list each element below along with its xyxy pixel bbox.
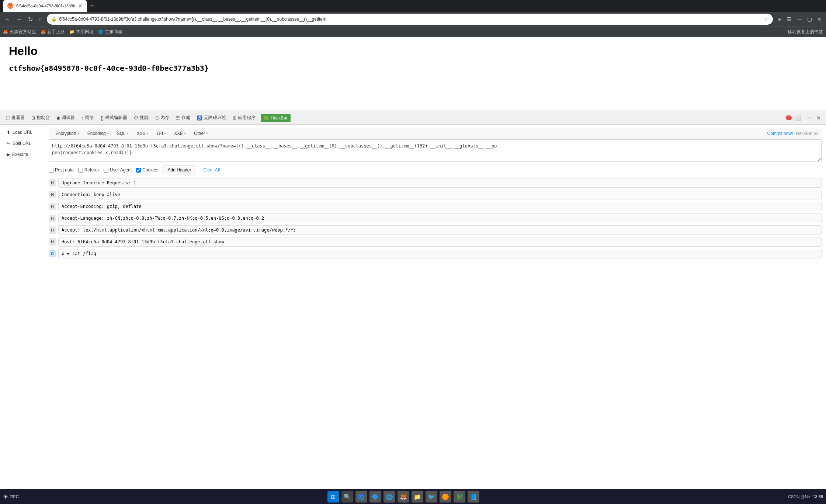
home-button[interactable]: ⌂ (37, 14, 44, 24)
header-badge: H (49, 191, 56, 198)
devtools-memory-btn[interactable]: ⬡ 内存 (152, 113, 172, 122)
hackbar-menubar: Encryption ▾ Encoding ▾ SQL ▾ XSS ▾ LFI (49, 128, 822, 139)
bookmark-mobile[interactable]: 移动设备上的书签 (788, 29, 823, 35)
header-row: H (49, 237, 822, 247)
user-agent-option[interactable]: User Agent (104, 167, 132, 173)
devtools-close-btn[interactable]: ✕ (814, 114, 823, 122)
header-badge: H (49, 238, 56, 246)
devtools-storage-btn[interactable]: ☰ 存储 (173, 113, 193, 122)
network-label: 网络 (85, 115, 94, 121)
execute-button[interactable]: ▶ Execute (3, 150, 41, 159)
hackbar-right-panel: Encryption ▾ Encoding ▾ SQL ▾ XSS ▾ LFI (44, 125, 826, 264)
close-browser-button[interactable]: ✕ (816, 15, 823, 24)
back-button[interactable]: ← (3, 14, 12, 24)
xss-chevron-icon: ▾ (147, 131, 149, 135)
menu-lfi[interactable]: LFI ▾ (153, 129, 170, 138)
hackbar-label: HackBar (271, 115, 288, 121)
bookmarks-bar: 🦊 火狐官方站点 🦊 新手上路 📁 常用网址 🌐 京东商城 移动设备上的书签 (0, 27, 826, 37)
devtools-style-btn[interactable]: {} 样式编辑器 (98, 113, 130, 122)
bookmark-firefox[interactable]: 🦊 火狐官方站点 (3, 29, 36, 35)
commit-now-link[interactable]: Commit now! (767, 131, 794, 136)
menu-encryption[interactable]: Encryption ▾ (52, 129, 83, 138)
menu-encoding[interactable]: Encoding ▾ (84, 129, 112, 138)
header-input[interactable] (58, 190, 822, 199)
header-input[interactable] (58, 237, 822, 247)
bookmark-icon-4: 🌐 (98, 29, 103, 34)
other-label: Other (194, 131, 205, 136)
split-url-button[interactable]: ✂ Split URL (3, 139, 41, 148)
devtools-debugger-btn[interactable]: ◉ 调试器 (53, 113, 78, 122)
new-tab-button[interactable]: + (90, 2, 94, 10)
header-input[interactable] (58, 202, 822, 211)
tab-bar: 🦊 6f64cc5a-0d04-4793-8f01-13d9b ✕ + (0, 0, 826, 12)
version-label: HackBar v2 (796, 131, 819, 136)
minimize-button[interactable]: — (795, 15, 804, 24)
header-input[interactable] (58, 249, 822, 258)
menu-sql[interactable]: SQL ▾ (113, 129, 132, 138)
hackbar-tab[interactable]: 🟢 HackBar (261, 114, 291, 122)
devtools-dock-btn[interactable]: ⬜ (792, 114, 803, 122)
menu-xss[interactable]: XSS ▾ (133, 129, 152, 138)
add-header-label: Add Header (167, 167, 191, 173)
clear-all-button[interactable]: Clear All (201, 166, 223, 174)
bookmark-common[interactable]: 📁 常用网址 (69, 29, 94, 35)
options-row: Post data Referer User Agent Cookies Add… (49, 166, 822, 174)
post-data-checkbox[interactable] (49, 168, 53, 173)
referer-checkbox[interactable] (78, 168, 83, 173)
menu-xxe[interactable]: XXE ▾ (170, 129, 190, 138)
add-header-button[interactable]: Add Header (163, 166, 196, 174)
load-url-button[interactable]: ⬆ Load URL (3, 128, 41, 137)
bookmark-newbie[interactable]: 🦊 新手上路 (41, 29, 65, 35)
perf-icon: ⏱ (134, 115, 138, 121)
xss-label: XSS (137, 131, 146, 136)
devtools-perf-btn[interactable]: ⏱ 性能 (131, 113, 152, 122)
browser-chrome: 🦊 6f64cc5a-0d04-4793-8f01-13d9b ✕ + ← → … (0, 0, 826, 37)
reload-button[interactable]: ↻ (27, 14, 34, 24)
encryption-label: Encryption (55, 131, 76, 136)
header-badge: H (49, 203, 56, 210)
devtools-inspect-btn[interactable]: ⬚ 查看器 (3, 113, 28, 122)
error-badge: 1 (786, 115, 792, 120)
devtools-network-btn[interactable]: ↕ 网络 (79, 113, 97, 122)
browser-tab-active[interactable]: 🦊 6f64cc5a-0d04-4793-8f01-13d9b ✕ (3, 0, 87, 12)
load-url-icon: ⬆ (7, 130, 10, 135)
header-input[interactable] (58, 213, 822, 223)
bookmark-label-4: 京东商城 (105, 29, 122, 35)
tab-title: 6f64cc5a-0d04-4793-8f01-13d9b (16, 4, 75, 8)
devtools-a11y-btn[interactable]: ♿ 无障碍环境 (194, 113, 229, 122)
tab-close-icon[interactable]: ✕ (78, 3, 83, 8)
user-agent-checkbox[interactable] (104, 168, 108, 173)
nav-actions: ⊞ ☰ — ▢ ✕ (776, 15, 823, 24)
bookmark-icon-3: 📁 (69, 29, 74, 34)
url-textarea[interactable] (49, 139, 822, 161)
cookies-option[interactable]: Cookies (136, 167, 158, 173)
header-input[interactable] (58, 225, 822, 235)
devtools-more-btn[interactable]: ⋯ (804, 114, 813, 122)
header-input[interactable] (58, 178, 822, 188)
extensions-button[interactable]: ⊞ (776, 15, 783, 24)
maximize-button[interactable]: ▢ (806, 15, 813, 24)
header-badge: H (49, 226, 56, 234)
forward-button[interactable]: → (15, 14, 24, 24)
bookmark-star-icon[interactable]: ☆ (764, 16, 768, 22)
header-row: H (49, 178, 822, 188)
cookies-checkbox[interactable] (136, 168, 141, 173)
tab-favicon-icon: 🦊 (7, 3, 13, 9)
style-icon: {} (101, 115, 104, 121)
menu-other[interactable]: Other ▾ (190, 129, 212, 138)
devtools-toolbar: ⬚ 查看器 ⊡ 控制台 ◉ 调试器 ↕ 网络 {} 样式编辑器 ⏱ 性能 ⬡ 内… (0, 111, 826, 125)
referer-option[interactable]: Referer (78, 167, 99, 173)
devtools-console-btn[interactable]: ⊡ 控制台 (28, 113, 53, 122)
hackbar-icon: 🟢 (264, 115, 269, 121)
hamburger-menu-button[interactable]: ☰ (785, 15, 793, 24)
address-bar[interactable]: 🔒 6f64cc5a-0d04-4793-8f01-13d9bff3cfa3.c… (47, 14, 773, 25)
memory-label: 内存 (160, 115, 169, 121)
header-row: C (49, 249, 822, 258)
a11y-icon: ♿ (197, 115, 202, 121)
bookmark-jd[interactable]: 🌐 京东商城 (98, 29, 122, 35)
post-data-option[interactable]: Post data (49, 167, 74, 173)
lock-icon: 🔒 (51, 17, 57, 22)
devtools-app-btn[interactable]: ⊞ 应用程序 (230, 113, 258, 122)
headers-container: HHHHHHC (49, 178, 822, 258)
bookmark-label-5: 移动设备上的书签 (788, 29, 823, 35)
